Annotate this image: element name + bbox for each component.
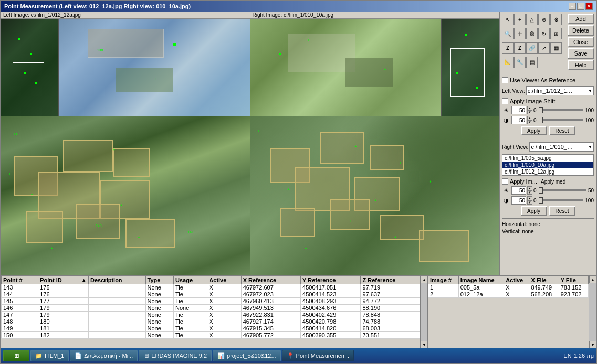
move-tool-button[interactable]: ⊕ xyxy=(538,14,550,25)
zoom-tool-button[interactable]: 🔍 xyxy=(502,28,514,39)
rotate-tool-button[interactable]: ↻ xyxy=(538,28,550,39)
left-image-label: Left Image: c:/film_1/012_12a.jpg xyxy=(1,12,250,19)
z-tool-button[interactable]: Z xyxy=(502,42,514,54)
cell-arrow xyxy=(79,332,89,339)
brightness-input[interactable]: 50 xyxy=(511,106,526,114)
table-row[interactable]: 146 179 None None X 467949.513 4500434.6… xyxy=(2,305,420,312)
taskbar-diploma[interactable]: 📄 Διπλωματική - Mi... xyxy=(70,350,138,361)
left-table-wrapper[interactable]: Point # Point ID ▲ Description Type Usag… xyxy=(1,276,420,348)
left-thumbnail[interactable] xyxy=(1,19,59,116)
table-row[interactable]: 149 181 None Tie X 467915.345 4500414.82… xyxy=(2,325,420,332)
right-contrast-slider[interactable] xyxy=(539,199,583,201)
link-tool-button[interactable]: ⛓ xyxy=(526,28,538,39)
arrow-tool-button[interactable]: ↗ xyxy=(538,42,550,54)
cell-type: None xyxy=(145,325,173,332)
right-thumbnail[interactable] xyxy=(441,19,499,116)
right-scroll-up-button[interactable]: ▲ xyxy=(589,276,596,283)
right-view-dropdown[interactable]: c:/film_1/010_10a.jpg ▼ xyxy=(529,142,594,152)
scroll-track[interactable] xyxy=(421,283,427,341)
add-button[interactable]: Add xyxy=(568,14,594,24)
table-row[interactable]: 143 175 None Tie X 467972.607 4500417.05… xyxy=(2,284,420,291)
table-row[interactable]: 148 180 None Tie X 467927.174 4500420.79… xyxy=(2,318,420,325)
table-row[interactable]: 2 012_12a X 568.208 923.702 xyxy=(428,291,589,298)
use-viewer-checkbox[interactable] xyxy=(502,77,508,83)
table-row[interactable]: 147 179 None Tie X 467922.831 4500402.42… xyxy=(2,312,420,318)
right-brightness-down-button[interactable]: ▼ xyxy=(527,190,532,195)
right-apply-shift-checkbox[interactable] xyxy=(502,178,508,185)
right-scroll-track[interactable] xyxy=(589,283,596,341)
table-tool-button[interactable]: ▤ xyxy=(526,57,538,68)
start-button[interactable]: ⊞ xyxy=(3,350,29,361)
right-apply-button[interactable]: Apply xyxy=(521,206,547,216)
crosshair-tool-button[interactable]: + xyxy=(514,14,526,25)
right-table-scrollbar[interactable]: ▲ ▼ xyxy=(589,276,596,348)
triangle-tool-button[interactable]: △ xyxy=(526,14,538,25)
cell-usage: Tie xyxy=(174,332,207,339)
cell-x-file: 568.208 xyxy=(529,291,559,298)
right-main-image-top[interactable]: + + xyxy=(250,19,442,116)
scroll-up-button[interactable]: ▲ xyxy=(421,276,427,283)
table-row[interactable]: 145 177 None Tie X 467960.413 4500408.29… xyxy=(2,298,420,305)
chain-tool-button[interactable]: 🔗 xyxy=(526,42,538,54)
brightness-row: ☀ 50 ▲ ▼ 0 100 xyxy=(502,106,594,114)
delete-button[interactable]: Delete xyxy=(568,25,594,36)
right-contrast-down-button[interactable]: ▼ xyxy=(527,200,532,205)
contrast-down-button[interactable]: ▼ xyxy=(527,120,532,124)
save-button[interactable]: Save xyxy=(568,48,594,59)
brightness-up-button[interactable]: ▲ xyxy=(527,106,532,110)
right-table-wrapper[interactable]: Image # Image Name Active X File Y File … xyxy=(428,276,589,348)
taskbar-film1[interactable]: 📁 FILM_1 xyxy=(30,350,69,361)
wrench-tool-button[interactable]: 🔧 xyxy=(514,57,526,68)
left-reset-button[interactable]: Reset xyxy=(549,126,575,135)
scroll-down-button[interactable]: ▼ xyxy=(421,341,427,348)
cell-active: X xyxy=(207,305,241,312)
table-row[interactable]: 150 182 None Tie X 467905.772 4500390.35… xyxy=(2,332,420,339)
right-brightness-input[interactable]: 50 xyxy=(511,186,526,195)
pan-tool-button[interactable]: ✛ xyxy=(514,28,526,39)
right-brightness-up-button[interactable]: ▲ xyxy=(527,186,532,190)
table-row[interactable]: 1 005_5a X 849.749 783.152 xyxy=(428,284,589,291)
taskbar-point-measure[interactable]: 📍 Point Measuremen... xyxy=(282,350,354,361)
right-view-option-3[interactable]: c:/film_1/012_12a.jpg xyxy=(502,168,593,175)
right-reset-button[interactable]: Reset xyxy=(549,206,575,216)
cursor-tool-button[interactable]: ↖ xyxy=(502,14,514,25)
bottom-right-image[interactable]: + + + + + + + + + + + xyxy=(250,116,499,275)
col-usage: Usage xyxy=(174,276,207,284)
right-brightness-slider[interactable] xyxy=(539,189,586,191)
measure-tool-button[interactable]: 📐 xyxy=(502,57,514,68)
contrast-up-button[interactable]: ▲ xyxy=(527,116,532,120)
left-main-image[interactable]: 138 + xyxy=(59,19,250,116)
bottom-left-image[interactable]: 118 + + + + + 148 + + + 141 xyxy=(1,116,250,275)
left-table-scrollbar[interactable]: ▲ ▼ xyxy=(420,276,427,348)
right-scroll-down-button[interactable]: ▼ xyxy=(589,341,596,348)
table-row[interactable]: 144 176 None Tie X 467972.023 4500414.52… xyxy=(2,291,420,298)
settings-tool-button[interactable]: ⚙ xyxy=(550,14,562,25)
right-contrast-input[interactable]: 50 xyxy=(511,196,526,205)
left-apply-button[interactable]: Apply xyxy=(521,126,547,135)
close-button[interactable]: Close xyxy=(568,37,594,47)
left-view-dropdown[interactable]: c:/film_1/012_12a.jpg ▼ xyxy=(526,86,594,95)
cell-image-num: 2 xyxy=(428,291,459,298)
cell-z-ref: 68.003 xyxy=(361,325,420,332)
z2-tool-button[interactable]: Z xyxy=(514,42,526,54)
cell-arrow xyxy=(79,318,89,325)
brightness-down-button[interactable]: ▼ xyxy=(527,110,532,114)
taskbar-erdas[interactable]: 🖥 ERDAS IMAGINE 9.2 xyxy=(139,350,212,361)
right-view-option-1[interactable]: c:/film_1/005_5a.jpg xyxy=(502,155,593,162)
grid-tool-button[interactable]: ▦ xyxy=(550,42,562,54)
contrast-input[interactable]: 50 xyxy=(511,116,526,124)
right-view-option-2[interactable]: c:/film_1/010_10a.jpg xyxy=(502,162,593,168)
contrast-slider[interactable] xyxy=(539,119,583,121)
extra-tool-button[interactable]: ⊞ xyxy=(550,28,562,39)
apply-shift-checkbox[interactable] xyxy=(502,98,508,104)
right-contrast-up-button[interactable]: ▲ xyxy=(527,196,532,200)
minimize-button[interactable]: − xyxy=(569,3,576,10)
left-view-label: Left View: xyxy=(502,88,525,94)
maximize-button[interactable]: □ xyxy=(577,3,584,10)
start-label: ⊞ xyxy=(14,352,19,359)
horizontal-coord: Horizontal: none xyxy=(502,221,594,227)
taskbar-project[interactable]: 📊 project_5&10&12... xyxy=(213,350,281,361)
brightness-slider[interactable] xyxy=(539,109,583,111)
close-window-button[interactable]: ✕ xyxy=(585,3,593,10)
help-button[interactable]: Help xyxy=(568,60,594,70)
